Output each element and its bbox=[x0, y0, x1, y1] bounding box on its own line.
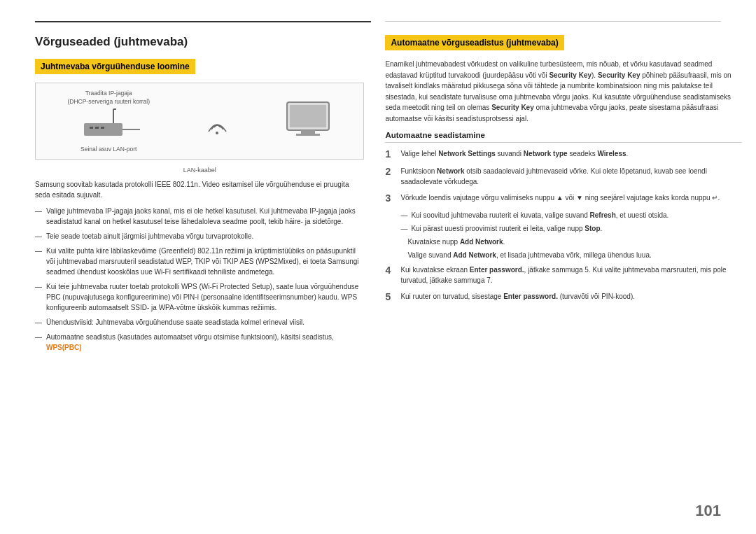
svg-rect-4 bbox=[95, 127, 99, 129]
bullet-5: — Ühendustviisid: Juhtmevaba võrguühendu… bbox=[35, 317, 364, 328]
svg-rect-11 bbox=[296, 134, 320, 136]
bullet-6: — Automaatne seadistus (kasutades automa… bbox=[35, 332, 364, 353]
network-label: Network bbox=[437, 167, 464, 175]
network-diagram: Traadita IP-jagaja (DHCP-serveriga ruute… bbox=[35, 83, 364, 160]
bullet-2: — Teie seade toetab ainult järgmisi juht… bbox=[35, 231, 364, 241]
bullet-4: — Kui teie juhtmevaba ruuter toetab prot… bbox=[35, 281, 364, 313]
right-column: Automaatne võrguseadistus (juhtmevaba) E… bbox=[385, 35, 742, 513]
tv-svg bbox=[284, 99, 332, 144]
svg-rect-0 bbox=[84, 123, 122, 136]
top-dividers bbox=[35, 21, 721, 22]
svg-rect-3 bbox=[90, 127, 93, 129]
wireless-label: Wireless bbox=[597, 150, 626, 157]
refresh-label: Refresh bbox=[590, 211, 616, 219]
add-network-label-1: Add Network bbox=[460, 238, 503, 246]
diagram-tv-section bbox=[284, 99, 332, 144]
seinal-label: Seinal asuv LAN-port bbox=[80, 146, 136, 153]
svg-rect-10 bbox=[301, 130, 315, 134]
auto-setup-title: Automaatne seadistamine bbox=[385, 131, 742, 143]
security-key-3: Security Key bbox=[491, 104, 534, 111]
diagram-router-section: Traadita IP-jagaja (DHCP-serveriga ruute… bbox=[66, 90, 150, 153]
step-5: 5 Kui ruuter on turvatud, sisestage Ente… bbox=[385, 291, 742, 303]
network-type-label: Network type bbox=[524, 150, 568, 157]
svg-rect-5 bbox=[101, 127, 104, 129]
wifi-arcs-svg bbox=[205, 107, 230, 135]
wps-label: WPS(PBC) bbox=[46, 344, 82, 351]
step-4: 4 Kui kuvatakse ekraan Enter password., … bbox=[385, 265, 742, 286]
right-body-text: Enamikel juhtmevabadest võrkudest on val… bbox=[385, 59, 742, 124]
network-settings-label: Network Settings bbox=[438, 150, 496, 157]
left-section-title: Võrguseaded (juhtmevaba) bbox=[35, 35, 364, 49]
router-svg bbox=[77, 106, 140, 144]
bullet-1: — Valige juhtmevaba IP-jagaja jaoks kana… bbox=[35, 206, 364, 227]
page-number: 101 bbox=[695, 502, 721, 520]
left-body-text: Samsung soovitab kasutada protokolli IEE… bbox=[35, 179, 364, 200]
step-1: 1 Valige lehel Network Settings suvandi … bbox=[385, 148, 742, 160]
step-2: 2 Funktsioon Network otsib saadaolevaid … bbox=[385, 166, 742, 187]
svg-point-7 bbox=[216, 132, 218, 134]
add-network-label-2: Add Network bbox=[453, 251, 496, 259]
enter-password-label-2: Enter password. bbox=[503, 293, 558, 300]
sub-bullet-3: Kuvatakse nupp Add Network. bbox=[385, 237, 742, 247]
top-bar-right bbox=[385, 21, 721, 22]
lan-cable-label: LAN-kaabel bbox=[35, 167, 364, 174]
stop-label: Stop bbox=[584, 225, 600, 232]
left-subsection-title: Juhtmevaba võrguühenduse loomine bbox=[35, 59, 195, 74]
right-subsection-title: Automaatne võrguseadistus (juhtmevaba) bbox=[385, 35, 564, 50]
sub-bullet-2: — Kui pärast uuesti proovimist ruuterit … bbox=[385, 223, 742, 234]
svg-rect-9 bbox=[290, 105, 326, 127]
security-key-1: Security Key bbox=[549, 71, 592, 79]
enter-password-label-1: Enter password. bbox=[470, 266, 524, 274]
router-label: Traadita IP-jagaja (DHCP-serveriga ruute… bbox=[67, 90, 150, 106]
left-column: Võrguseaded (juhtmevaba) Juhtmevaba võrg… bbox=[35, 35, 364, 513]
security-key-2: Security Key bbox=[598, 71, 640, 79]
sub-bullet-1: — Kui soovitud juhtmevaba ruuterit ei ku… bbox=[385, 210, 742, 220]
top-bar-left bbox=[35, 21, 371, 22]
wifi-waves-section bbox=[205, 107, 230, 135]
step-3: 3 Võrkude loendis vajutage võrgu valimis… bbox=[385, 192, 742, 204]
bullet-3: — Kui valite puhta kiire läbilaskevõime … bbox=[35, 246, 364, 277]
sub-bullet-4: Valige suvand Add Network, et lisada juh… bbox=[385, 250, 742, 260]
